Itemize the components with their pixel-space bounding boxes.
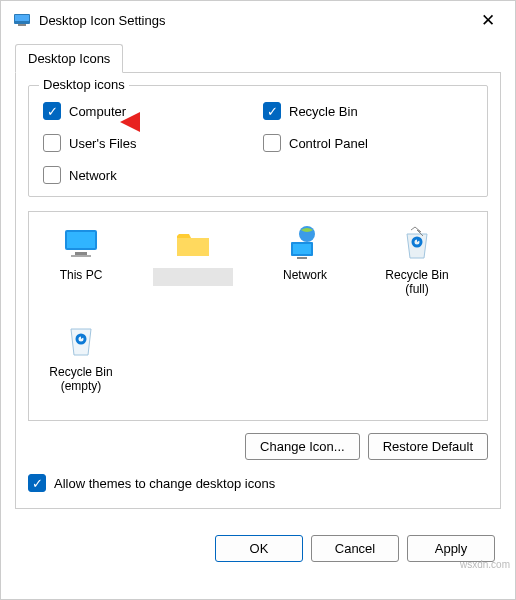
icon-folder[interactable] bbox=[153, 224, 233, 297]
checkbox-network-label: Network bbox=[69, 168, 117, 183]
svg-rect-1 bbox=[15, 15, 29, 21]
svg-rect-9 bbox=[293, 244, 311, 254]
monitor-icon bbox=[61, 224, 101, 264]
network-icon bbox=[285, 224, 325, 264]
ok-button[interactable]: OK bbox=[215, 535, 303, 562]
checkbox-computer[interactable]: ✓ bbox=[43, 102, 61, 120]
checkbox-controlpanel[interactable] bbox=[263, 134, 281, 152]
recycle-empty-icon bbox=[61, 321, 101, 361]
apply-button[interactable]: Apply bbox=[407, 535, 495, 562]
checkbox-controlpanel-row: Control Panel bbox=[263, 134, 473, 152]
window-title: Desktop Icon Settings bbox=[39, 13, 473, 28]
checkbox-recyclebin[interactable]: ✓ bbox=[263, 102, 281, 120]
checkbox-controlpanel-label: Control Panel bbox=[289, 136, 368, 151]
window-icon bbox=[13, 11, 31, 29]
checkbox-network[interactable] bbox=[43, 166, 61, 184]
restore-default-button[interactable]: Restore Default bbox=[368, 433, 488, 460]
dialog-footer: OK Cancel Apply bbox=[1, 523, 515, 574]
icon-label: Network bbox=[283, 268, 327, 282]
desktop-icons-group: Desktop icons ✓ Computer ✓ Recycle Bin U… bbox=[28, 85, 488, 197]
content-area: Desktop Icons Desktop icons ✓ Computer ✓… bbox=[1, 43, 515, 523]
icon-label-redacted bbox=[153, 268, 233, 286]
checkbox-computer-row: ✓ Computer bbox=[43, 102, 253, 120]
titlebar: Desktop Icon Settings ✕ bbox=[1, 1, 515, 39]
checkbox-recyclebin-row: ✓ Recycle Bin bbox=[263, 102, 473, 120]
svg-rect-5 bbox=[75, 252, 87, 255]
cancel-button[interactable]: Cancel bbox=[311, 535, 399, 562]
icon-preview-list: This PC bbox=[28, 211, 488, 421]
icon-network[interactable]: Network bbox=[265, 224, 345, 297]
change-icon-button[interactable]: Change Icon... bbox=[245, 433, 360, 460]
svg-rect-4 bbox=[67, 232, 95, 248]
allow-themes-label: Allow themes to change desktop icons bbox=[54, 476, 275, 491]
checkbox-usersfiles-label: User's Files bbox=[69, 136, 137, 151]
folder-icon bbox=[173, 224, 213, 264]
checkbox-usersfiles-row: User's Files bbox=[43, 134, 253, 152]
recycle-full-icon bbox=[397, 224, 437, 264]
close-button[interactable]: ✕ bbox=[473, 6, 503, 35]
checkbox-usersfiles[interactable] bbox=[43, 134, 61, 152]
tab-pane: Desktop icons ✓ Computer ✓ Recycle Bin U… bbox=[15, 73, 501, 509]
icon-recycle-empty[interactable]: Recycle Bin (empty) bbox=[41, 321, 121, 394]
svg-rect-2 bbox=[18, 24, 26, 26]
checkbox-allow-themes[interactable]: ✓ bbox=[28, 474, 46, 492]
watermark: wsxdn.com bbox=[460, 559, 510, 570]
checkbox-network-row: Network bbox=[43, 166, 253, 184]
tab-strip: Desktop Icons bbox=[15, 43, 501, 73]
icon-recycle-full[interactable]: Recycle Bin (full) bbox=[377, 224, 457, 297]
group-label: Desktop icons bbox=[39, 77, 129, 92]
icon-this-pc[interactable]: This PC bbox=[41, 224, 121, 297]
icon-label: Recycle Bin (full) bbox=[377, 268, 457, 297]
checkbox-grid: ✓ Computer ✓ Recycle Bin User's Files Co… bbox=[43, 102, 473, 184]
checkbox-computer-label: Computer bbox=[69, 104, 126, 119]
svg-rect-10 bbox=[297, 257, 307, 259]
tab-desktop-icons[interactable]: Desktop Icons bbox=[15, 44, 123, 73]
checkbox-recyclebin-label: Recycle Bin bbox=[289, 104, 358, 119]
allow-themes-row: ✓ Allow themes to change desktop icons bbox=[28, 474, 488, 492]
icon-label: Recycle Bin (empty) bbox=[41, 365, 121, 394]
icon-label: This PC bbox=[60, 268, 103, 282]
desktop-icon-settings-window: Desktop Icon Settings ✕ Desktop Icons De… bbox=[0, 0, 516, 600]
icon-button-row: Change Icon... Restore Default bbox=[28, 433, 488, 460]
svg-rect-6 bbox=[71, 255, 91, 257]
